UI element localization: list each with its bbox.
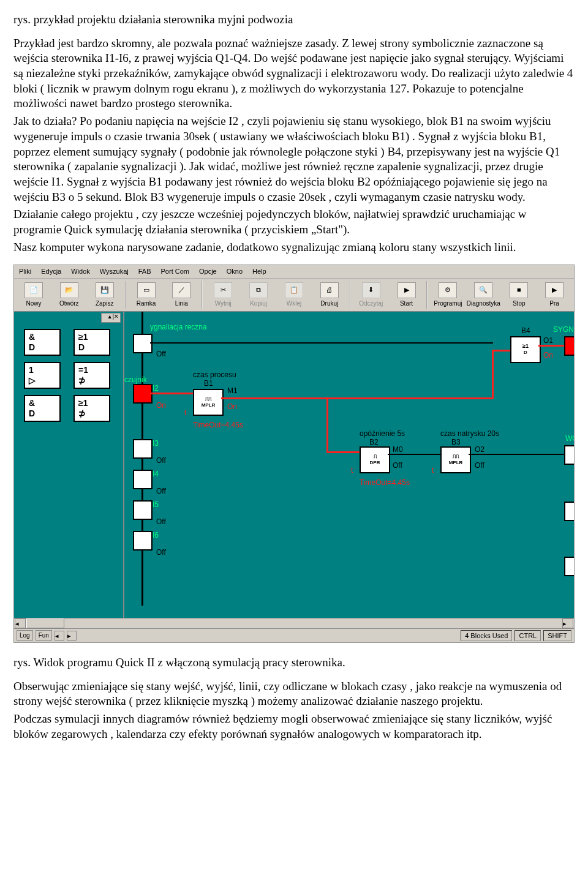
input-i4[interactable]	[133, 470, 153, 489]
tb-label: Kopiuj	[250, 299, 267, 307]
scroll-thumb[interactable]	[26, 618, 64, 628]
save-disk-icon: 💾	[96, 282, 114, 298]
menu-portcom[interactable]: Port Com	[161, 267, 189, 276]
tb-odczytaj[interactable]: ⬇Odczytaj	[354, 280, 388, 310]
state-off: Off	[156, 517, 166, 527]
tb-label: Pra	[549, 299, 559, 307]
tb-nowy[interactable]: 📄Nowy	[17, 280, 51, 310]
input-i1[interactable]	[133, 334, 153, 353]
toolbar-separator	[350, 281, 351, 309]
gate-symbol: ▷	[29, 375, 36, 386]
scroll-right-button[interactable]: ▸	[562, 618, 573, 628]
output-q2[interactable]	[564, 445, 574, 465]
gate-symbol: D	[524, 350, 527, 356]
tb-drukuj[interactable]: 🖨Drukuj	[312, 280, 347, 310]
wire-b1-up	[492, 350, 494, 399]
tb-kopiuj[interactable]: ⧉Kopiuj	[241, 280, 276, 310]
toolbar: 📄Nowy 📂Otwórz 💾Zapisz ▭Ramka ／Linia ✂Wyt…	[14, 279, 574, 312]
status-shift: SHIFT	[543, 630, 571, 641]
new-file-icon: 📄	[24, 282, 43, 298]
tb-wytnij[interactable]: ✂Wytnij	[206, 280, 240, 310]
paragraph-3: Działanie całego projektu , czy jeszcze …	[13, 207, 575, 237]
block-b3[interactable]: ⎍⎍MPLR	[440, 446, 471, 473]
tab-fun[interactable]: Fun	[36, 630, 52, 641]
print-icon: 🖨	[320, 282, 339, 298]
label-delay: opóźnienie 5s	[360, 429, 405, 439]
status-ctrl: CTRL	[514, 630, 541, 641]
output-q1[interactable]	[564, 336, 574, 356]
label-signaling: SYGNALIACJA	[553, 325, 574, 335]
tb-diagnostyka[interactable]: 🔍Diagnostyka	[466, 280, 500, 310]
paragraph-6: Podczas symulacji innych diagramów równi…	[13, 712, 575, 742]
tb-otworz[interactable]: 📂Otwórz	[52, 280, 86, 310]
menu-help[interactable]: Help	[252, 267, 266, 276]
menu-pliki[interactable]: Pliki	[19, 267, 31, 276]
block-b1[interactable]: ⎍⎍MPLR	[193, 389, 224, 416]
wire-b1-out	[221, 397, 493, 399]
input-bus-wire	[141, 312, 143, 606]
label-b1: B1	[204, 379, 213, 389]
label-i6: I6	[153, 531, 159, 541]
tb-start[interactable]: ▶Start	[390, 280, 424, 310]
label-i3: I3	[153, 439, 159, 449]
tb-linia[interactable]: ／Linia	[164, 280, 198, 310]
palette-block-4[interactable]: =1⊅	[74, 362, 110, 389]
block-type: MPLR	[449, 460, 463, 466]
palette-block-3[interactable]: 1▷	[24, 362, 61, 389]
tb-label: Linia	[175, 299, 188, 307]
tab-scroll-right[interactable]: ▸	[67, 631, 77, 641]
block-type: DPR	[370, 460, 380, 466]
label-timeout-b2: TimeOut=4.45s	[360, 478, 410, 488]
output-q3[interactable]	[564, 502, 574, 521]
palette-or-gate[interactable]: ≥1D	[74, 329, 110, 356]
palette-block-6[interactable]: ≥1⊅	[74, 395, 110, 422]
tb-label: Wytnij	[215, 299, 232, 307]
tb-zapisz[interactable]: 💾Zapisz	[88, 280, 122, 310]
paragraph-2: Jak to działa? Po podaniu napięcia na we…	[13, 114, 575, 205]
block-b4[interactable]: ≥1D	[510, 336, 541, 363]
menu-okno[interactable]: Okno	[227, 267, 243, 276]
palette-close-button[interactable]: ▲|✕	[101, 313, 121, 323]
input-i5[interactable]	[133, 500, 153, 520]
palette-and-gate[interactable]: &D	[24, 329, 61, 356]
state-on: On	[227, 402, 237, 412]
menu-fab[interactable]: FAB	[138, 267, 151, 276]
diagnostics-icon: 🔍	[474, 282, 492, 298]
tb-label: Ramka	[137, 299, 156, 307]
input-i6[interactable]	[133, 531, 153, 551]
menu-widok[interactable]: Widok	[71, 267, 90, 276]
gate-symbol: D	[29, 408, 35, 419]
menu-opcje[interactable]: Opcje	[199, 267, 217, 276]
diagram-canvas[interactable]: ygnaliacja reczna Off czujnik I2 On czas…	[124, 312, 574, 618]
gate-symbol: =1	[78, 364, 88, 375]
menu-edycja[interactable]: Edycja	[41, 267, 61, 276]
bottom-tabs: Log Fun ◂ ▸ 4 Blocks Used CTRL SHIFT	[14, 628, 574, 642]
label-b4: B4	[521, 326, 530, 336]
run-icon: ▶	[545, 282, 564, 298]
palette-block-5[interactable]: &D	[24, 395, 61, 422]
tb-stop[interactable]: ■Stop	[502, 280, 536, 310]
tb-wklej[interactable]: 📋Wklej	[277, 280, 311, 310]
input-i3[interactable]	[133, 439, 153, 459]
block-type: MPLR	[202, 402, 216, 408]
horizontal-scrollbar[interactable]: ◂ ▸	[14, 618, 574, 628]
menu-wyszukaj[interactable]: Wyszukaj	[100, 267, 129, 276]
wire-to-b2	[326, 451, 360, 453]
frame-icon: ▭	[137, 282, 156, 298]
gate-symbol: ≥1	[78, 331, 88, 342]
tab-log[interactable]: Log	[17, 630, 33, 641]
tb-ramka[interactable]: ▭Ramka	[129, 280, 164, 310]
tb-programuj[interactable]: ⚙Programuj	[431, 280, 465, 310]
block-b2[interactable]: ⎍DPR	[360, 446, 390, 473]
state-on: On	[543, 351, 553, 361]
tb-pra[interactable]: ▶Pra	[537, 280, 571, 310]
open-folder-icon: 📂	[60, 282, 78, 298]
tab-scroll-left[interactable]: ◂	[55, 631, 64, 641]
output-q4[interactable]	[564, 557, 574, 576]
gate-symbol: 1	[29, 364, 34, 375]
label-t: t	[432, 466, 434, 476]
label-spray-time: czas natrysku 20s	[440, 429, 499, 439]
scroll-left-button[interactable]: ◂	[15, 618, 26, 628]
wire-b4-q1	[538, 345, 564, 347]
gate-symbol: D	[78, 342, 85, 353]
